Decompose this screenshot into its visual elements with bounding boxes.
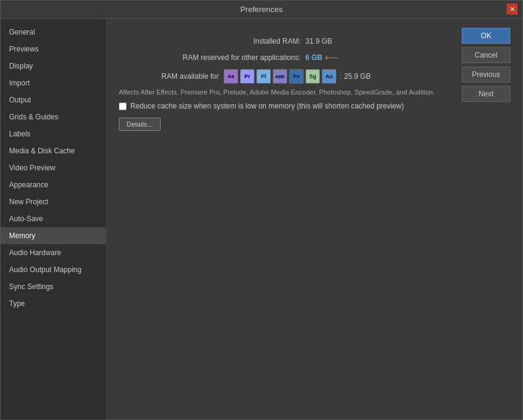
ae-icon: Ae bbox=[224, 69, 238, 84]
installed-ram-row: Installed RAM: 31.9 GB bbox=[119, 37, 510, 45]
reserved-ram-label: RAM reserved for other applications: bbox=[119, 53, 301, 62]
installed-ram-value: 31.9 GB bbox=[305, 37, 332, 45]
sidebar-item-audio-output-mapping[interactable]: Audio Output Mapping bbox=[1, 261, 106, 278]
preferences-window: Preferences ✕ GeneralPreviewsDisplayImpo… bbox=[0, 0, 523, 420]
sidebar-item-memory[interactable]: Memory bbox=[1, 227, 106, 244]
sidebar-item-labels[interactable]: Labels bbox=[1, 125, 106, 142]
sidebar-item-video-preview[interactable]: Video Preview bbox=[1, 159, 106, 176]
sidebar-item-grids--guides[interactable]: Grids & Guides bbox=[1, 108, 106, 125]
title-bar: Preferences ✕ bbox=[1, 1, 522, 19]
sidebar-item-import[interactable]: Import bbox=[1, 75, 106, 92]
sidebar-item-type[interactable]: Type bbox=[1, 295, 106, 312]
available-ram-label: RAM available for bbox=[119, 72, 219, 81]
available-ram-value: : 25.9 GB bbox=[340, 72, 371, 81]
sidebar-item-display[interactable]: Display bbox=[1, 58, 106, 75]
sidebar-item-audio-hardware[interactable]: Audio Hardware bbox=[1, 244, 106, 261]
ok-button[interactable]: OK bbox=[462, 28, 510, 44]
sidebar-item-output[interactable]: Output bbox=[1, 92, 106, 108]
sidebar-item-previews[interactable]: Previews bbox=[1, 41, 106, 58]
details-button[interactable]: Details... bbox=[119, 118, 161, 131]
installed-ram-label: Installed RAM: bbox=[119, 37, 301, 45]
sg-icon: Sg bbox=[305, 69, 320, 84]
sidebar-item-sync-settings[interactable]: Sync Settings bbox=[1, 278, 106, 295]
sidebar: GeneralPreviewsDisplayImportOutputGrids … bbox=[1, 19, 107, 419]
pl-icon: Pl bbox=[256, 69, 271, 84]
memory-section: Installed RAM: 31.9 GB RAM reserved for … bbox=[119, 37, 510, 131]
reduce-cache-label: Reduce cache size when system is low on … bbox=[130, 102, 404, 110]
reserved-ram-row: RAM reserved for other applications: 6 G… bbox=[119, 52, 510, 63]
arrow-icon: ⟵ bbox=[325, 52, 339, 63]
reserved-ram-value: 6 GB bbox=[305, 53, 322, 62]
action-buttons: OK Cancel Previous Next bbox=[462, 28, 510, 102]
ame-icon: AME bbox=[273, 69, 287, 84]
ps-icon: Ps bbox=[289, 69, 304, 84]
main-panel: OK Cancel Previous Next Installed RAM: 3… bbox=[107, 19, 522, 419]
au-icon: Au bbox=[322, 69, 336, 84]
close-button[interactable]: ✕ bbox=[507, 4, 518, 15]
content-area: GeneralPreviewsDisplayImportOutputGrids … bbox=[1, 19, 522, 419]
next-button[interactable]: Next bbox=[462, 86, 510, 102]
app-icons-container: Ae Pr Pl AME Ps Sg Au bbox=[224, 69, 336, 84]
reduce-cache-checkbox[interactable] bbox=[119, 102, 127, 110]
sidebar-item-media--disk-cache[interactable]: Media & Disk Cache bbox=[1, 142, 106, 159]
sidebar-item-general[interactable]: General bbox=[1, 24, 106, 41]
cancel-button[interactable]: Cancel bbox=[462, 47, 510, 63]
sidebar-item-auto-save[interactable]: Auto-Save bbox=[1, 210, 106, 227]
affects-description: Affects After Effects, Premiere Pro, Pre… bbox=[119, 88, 446, 96]
sidebar-item-appearance[interactable]: Appearance bbox=[1, 176, 106, 193]
window-title: Preferences bbox=[240, 5, 282, 14]
pr-icon: Pr bbox=[240, 69, 255, 84]
previous-button[interactable]: Previous bbox=[462, 67, 510, 82]
sidebar-item-new-project[interactable]: New Project bbox=[1, 193, 106, 210]
available-ram-row: RAM available for Ae Pr Pl AME Ps Sg Au … bbox=[119, 69, 510, 84]
reduce-cache-row: Reduce cache size when system is low on … bbox=[119, 102, 510, 110]
